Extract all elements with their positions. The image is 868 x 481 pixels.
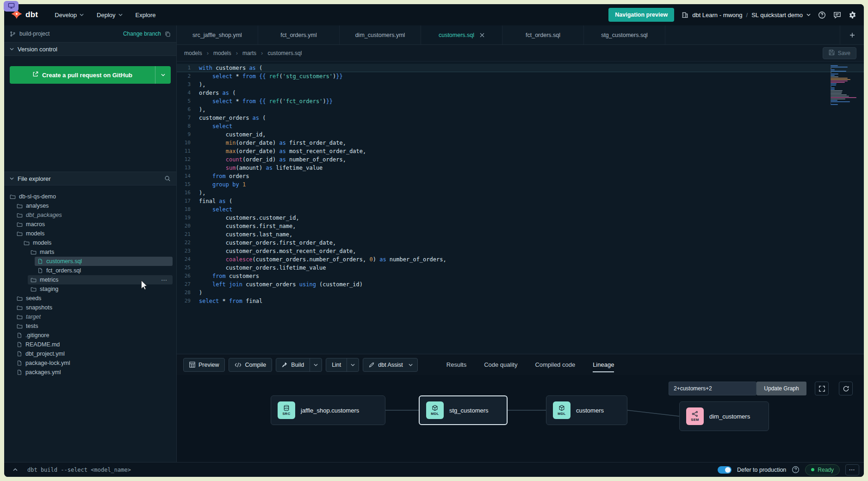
build-dropdown-chevron[interactable] — [310, 358, 322, 371]
account-breadcrumb[interactable]: dbt Learn - mwong / SL quickstart demo — [682, 12, 811, 18]
defer-help-icon[interactable] — [792, 466, 800, 474]
more-options-icon[interactable]: ⋯ — [161, 277, 173, 284]
panel-tab-lineage[interactable]: Lineage — [593, 354, 614, 375]
tree-item-metrics[interactable]: metrics⋯ — [28, 275, 173, 284]
compile-button[interactable]: Compile — [229, 358, 272, 372]
breadcrumb-segment[interactable]: models — [213, 50, 231, 56]
panel-tab-code-quality[interactable]: Code quality — [484, 354, 517, 375]
tree-item-macros[interactable]: macros — [14, 220, 173, 229]
save-button[interactable]: Save — [823, 47, 856, 59]
tree-item-models[interactable]: models — [14, 229, 173, 238]
tab-fct-orders-yml[interactable]: fct_orders.yml — [258, 25, 340, 44]
tab-customers-sql[interactable]: customers.sql — [421, 25, 502, 44]
minimap-line — [831, 87, 835, 88]
lineage-search-input[interactable] — [669, 382, 756, 395]
menu-deploy[interactable]: Deploy — [92, 9, 127, 21]
version-control-header[interactable]: Version control — [4, 42, 176, 56]
tab-dim-customers-yml[interactable]: dim_customers.yml — [340, 25, 421, 44]
build-button[interactable]: Build — [276, 358, 322, 372]
lineage-node-jaffle-shop-customers[interactable]: SRCjaffle_shop.customers — [271, 395, 385, 425]
panel-tab-compiled-code[interactable]: Compiled code — [535, 354, 575, 375]
tree-item-target[interactable]: target — [14, 312, 173, 321]
lineage-node-stg-customers[interactable]: MDLstg_customers — [419, 395, 508, 425]
tab-stg-customers-sql[interactable]: stg_customers.sql — [584, 25, 665, 44]
tree-item-label: fct_orders.sql — [46, 267, 81, 274]
navigation-preview-button[interactable]: Navigation preview — [608, 8, 674, 22]
status-badge[interactable]: Ready — [805, 464, 840, 475]
line-number: 19 — [177, 214, 199, 222]
button-label: Preview — [198, 362, 219, 368]
save-label: Save — [838, 50, 850, 56]
code-line-5: 5 select * from {{ ref('fct_orders')}} — [177, 97, 864, 105]
tree-item-marts[interactable]: marts — [28, 247, 173, 257]
git-branch-icon — [10, 31, 16, 37]
expand-panel-button[interactable] — [9, 464, 22, 475]
file-explorer-header[interactable]: File explorer — [4, 172, 176, 185]
chat-icon[interactable] — [833, 11, 841, 19]
code-line-29: 29select * from final — [177, 297, 864, 305]
tree-item-dbt-packages[interactable]: dbt_packages — [14, 210, 173, 220]
code-text: ) — [199, 289, 202, 297]
tree-item-analyses[interactable]: analyses — [14, 201, 173, 210]
menu-explore[interactable]: Explore — [131, 9, 161, 21]
tree-item-packages-yml[interactable]: packages.yml — [14, 368, 173, 377]
line-number: 15 — [177, 180, 199, 189]
tree-item-staging[interactable]: staging — [28, 284, 173, 294]
tab-src-jaffle-shop-yml[interactable]: src_jaffle_shop.yml — [177, 25, 258, 44]
update-graph-button[interactable]: Update Graph — [756, 382, 806, 395]
close-icon[interactable] — [480, 33, 484, 37]
tree-item-label: staging — [40, 286, 58, 292]
change-branch-link[interactable]: Change branch — [123, 31, 161, 37]
tree-item-readme-md[interactable]: README.md — [14, 340, 173, 349]
tree-item-snapshots[interactable]: snapshots — [14, 303, 173, 312]
copy-icon[interactable] — [165, 31, 171, 37]
code-line-8: 8 select — [177, 122, 864, 130]
tab-fct-orders-sql[interactable]: fct_orders.sql — [502, 25, 584, 44]
tree-item-seeds[interactable]: seeds — [14, 294, 173, 303]
refresh-icon[interactable] — [839, 382, 853, 395]
code-editor[interactable]: 1with customers as (2 select * from {{ r… — [177, 62, 864, 354]
folder-icon — [17, 222, 23, 228]
tree-item-fct-orders-sql[interactable]: fct_orders.sql — [35, 266, 173, 275]
node-type-badge: MDL — [558, 412, 565, 416]
minimap[interactable] — [831, 65, 857, 105]
panel-tab-results[interactable]: Results — [446, 354, 466, 375]
lineage-node-customers[interactable]: MDLcustomers — [546, 395, 627, 425]
more-options-button[interactable]: ⋯ — [845, 464, 859, 475]
tree-item-models[interactable]: models — [21, 238, 173, 247]
breadcrumb-segment[interactable]: customers.sql — [267, 50, 302, 56]
minimap-line — [831, 86, 831, 87]
code-text: count(order_id) as number_of_orders, — [199, 155, 346, 164]
help-icon[interactable] — [818, 11, 826, 19]
lineage-node-dim-customers[interactable]: SEMdim_customers — [679, 401, 769, 431]
code-line-15: 15 group by 1 — [177, 180, 864, 189]
create-pr-button[interactable]: Create a pull request on GitHub — [10, 66, 171, 84]
file-icon — [17, 333, 22, 338]
tree-item-gitignore[interactable]: .gitignore — [14, 331, 173, 340]
search-icon[interactable] — [164, 175, 171, 182]
tree-item-db-sl-qs-demo[interactable]: db-sl-qs-demo — [7, 192, 173, 201]
new-tab-button[interactable] — [840, 25, 864, 44]
pr-dropdown-chevron[interactable] — [155, 66, 171, 84]
file-tree: db-sl-qs-demoanalysesdbt_packagesmacrosm… — [4, 185, 176, 462]
minimap-line — [831, 75, 835, 76]
line-number: 5 — [177, 97, 199, 105]
tree-item-dbt-project-yml[interactable]: dbt_project.yml — [14, 349, 173, 358]
lint-dropdown-chevron[interactable] — [347, 358, 359, 371]
tree-item-customers-sql[interactable]: customers.sql — [35, 257, 173, 266]
code-line-25: 25 customer_orders.lifetime_value — [177, 264, 864, 272]
breadcrumb-segment[interactable]: marts — [242, 50, 256, 56]
dbt-assist-button[interactable]: dbt Assist — [363, 358, 418, 372]
folder-icon — [24, 240, 30, 246]
fullscreen-icon[interactable] — [815, 382, 829, 395]
lint-button[interactable]: Lint — [326, 358, 359, 372]
menu-develop[interactable]: Develop — [50, 9, 88, 21]
command-input[interactable]: dbt build --select <model_name> — [27, 467, 131, 473]
tree-item-package-lock-yml[interactable]: package-lock.yml — [14, 358, 173, 368]
breadcrumb-segment[interactable]: models — [184, 50, 202, 56]
file-icon — [17, 342, 22, 347]
preview-button[interactable]: Preview — [183, 358, 225, 372]
tree-item-tests[interactable]: tests — [14, 321, 173, 331]
defer-toggle[interactable] — [718, 466, 732, 474]
gear-icon[interactable] — [849, 11, 856, 19]
